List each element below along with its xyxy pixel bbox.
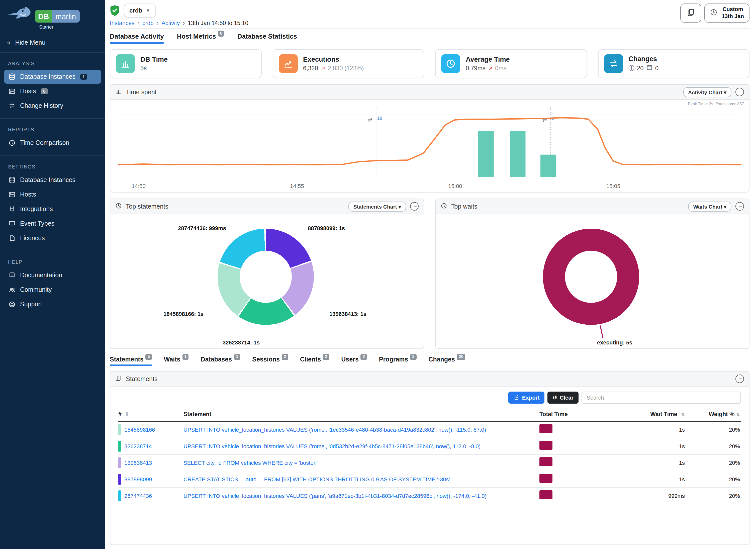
collapse-icon[interactable]: − (735, 375, 744, 383)
donut-slice-label: 887898099: 1s (308, 225, 345, 231)
plan-label: Starter (39, 24, 99, 30)
time-range-button[interactable]: Custom 13th Jan (705, 4, 749, 23)
sidebar-item-documentation[interactable]: Documentation (4, 268, 101, 282)
breadcrumb-item[interactable]: crdb (142, 20, 154, 26)
statement-sql-link[interactable]: SELECT city, id FROM vehicles WHERE city… (183, 460, 534, 466)
tab-users[interactable]: Users2 (341, 356, 367, 366)
section-label: SETTINGS (4, 160, 101, 172)
statement-sql-link[interactable]: UPSERT INTO vehicle_location_histories V… (183, 443, 534, 449)
kpi-db-time: DB Time 5s (110, 49, 261, 78)
count-badge: 0 (218, 31, 224, 37)
clock-icon (710, 9, 718, 18)
col-total-time: Total Time (539, 411, 585, 417)
sidebar-item-change-history[interactable]: Change History (4, 99, 101, 113)
instance-selector[interactable]: crdb ▼ (124, 4, 156, 18)
statement-sql-link[interactable]: CREATE STATISTICS __auto__ FROM [63] WIT… (183, 476, 534, 482)
statement-sql-link[interactable]: UPSERT INTO vehicle_location_histories V… (183, 427, 534, 433)
clear-button[interactable]: ↺ Clear (548, 392, 579, 404)
sidebar-item-support[interactable]: Support (4, 297, 101, 311)
tab-sessions[interactable]: Sessions2 (252, 356, 288, 366)
undo-icon: ↺ (553, 394, 557, 401)
tab-host-metrics[interactable]: Host Metrics0 (177, 33, 224, 44)
table-header-row: # ⇅ Statement Total Time Wait Time ↑⇅ We… (118, 408, 741, 422)
event-icon (9, 220, 16, 227)
table-row: 139638413SELECT city, id FROM vehicles W… (118, 455, 741, 471)
chevron-down-icon: ▼ (146, 8, 150, 13)
primary-tabs: Database ActivityHost Metrics0Database S… (110, 33, 749, 44)
weight-value: 20% (685, 443, 740, 449)
sidebar-item-hosts[interactable]: Hosts0 (4, 84, 101, 98)
wait-time-value: 1s (585, 443, 685, 449)
server-icon (9, 191, 16, 198)
collapse-icon[interactable]: − (410, 202, 419, 211)
statements-donut-chart[interactable]: 887898099: 1s139638413: 1s326238714: 1s1… (110, 214, 424, 348)
mid-panels: Top statements Statements Chart ▾ − 8878… (110, 199, 749, 349)
waits-chart-dropdown[interactable]: Waits Chart ▾ (688, 201, 731, 211)
breadcrumb-item[interactable]: Activity (162, 20, 180, 26)
sidebar-item-label: Community (20, 286, 52, 293)
tab-waits[interactable]: Waits1 (164, 356, 189, 366)
donut-ring[interactable] (543, 229, 639, 325)
copy-link-button[interactable] (681, 4, 702, 23)
sort-icon: ⇅ (681, 412, 685, 417)
time-range-date: 13th Jan (722, 13, 744, 20)
collapse-icon[interactable]: − (735, 88, 744, 96)
tab-database-statistics[interactable]: Database Statistics (237, 33, 297, 44)
breadcrumb-item[interactable]: Instances (110, 20, 134, 26)
time-spent-chart[interactable]: ⇄18⇄214:5014:5515:0015:05 (114, 102, 745, 191)
waits-donut-chart[interactable]: executing: 5s (436, 214, 749, 348)
donut-leader-line (600, 325, 603, 338)
sidebar-item-hosts[interactable]: Hosts (4, 188, 101, 202)
tab-clients[interactable]: Clients2 (300, 356, 329, 366)
sidebar-item-integrations[interactable]: Integrations (4, 202, 101, 216)
sidebar-item-licences[interactable]: Licences (4, 231, 101, 245)
brand-wordmark: DB marlin (35, 10, 79, 23)
sidebar-item-time-comparison[interactable]: Time Comparison (4, 136, 101, 150)
total-time-bar (539, 457, 552, 466)
sidebar-section-analysis: ANALYSISDatabase Instances1Hosts0Change … (0, 53, 105, 119)
tab-statements[interactable]: Statements5 (110, 356, 152, 366)
donut-slice-label: 139638413: 1s (329, 311, 366, 317)
statement-id-link[interactable]: 1845898166 (124, 427, 155, 433)
sidebar-item-community[interactable]: Community (4, 283, 101, 297)
donut-slice-label: 326238714: 1s (223, 339, 260, 345)
table-toolbar: Export ↺ Clear (110, 387, 749, 408)
kpi-delta: 0ms (495, 65, 506, 72)
search-input[interactable] (582, 392, 741, 404)
sort-by-id[interactable]: # ⇅ (118, 411, 183, 417)
kpi-executions: Executions 6,320 ↗ 2,830 (123%) (272, 49, 424, 78)
collapse-icon[interactable]: − (735, 202, 744, 211)
statements-chart-dropdown[interactable]: Statements Chart ▾ (348, 201, 406, 211)
kpi-changes: Changes ⓘ 20 0 (598, 49, 749, 78)
sidebar-item-database-instances[interactable]: Database Instances (4, 173, 101, 187)
kpi-title: Average Time (466, 56, 510, 63)
statement-id-link[interactable]: 287474436 (124, 493, 152, 499)
sort-by-wait-time[interactable]: Wait Time ↑⇅ (585, 411, 685, 417)
sidebar-item-label: Change History (20, 102, 63, 109)
table-row: 1845898166UPSERT INTO vehicle_location_h… (118, 422, 741, 438)
donut-ring[interactable] (218, 229, 314, 325)
sidebar-item-label: Time Comparison (20, 139, 69, 146)
panel-title: Top statements (126, 203, 168, 210)
sidebar-sections: ANALYSISDatabase Instances1Hosts0Change … (0, 53, 105, 317)
export-button[interactable]: Export (509, 392, 545, 404)
tab-changes[interactable]: Changes20 (428, 356, 465, 366)
tab-database-activity[interactable]: Database Activity (110, 33, 164, 44)
licence-icon (9, 235, 16, 242)
statement-id-link[interactable]: 887898099 (124, 476, 152, 482)
statement-sql-link[interactable]: UPSERT INTO vehicle_location_histories V… (183, 493, 534, 499)
bar-chart-icon (116, 54, 135, 73)
activity-chart-dropdown[interactable]: Activity Chart ▾ (683, 87, 731, 97)
statements-table-panel: Statements − Export ↺ Clear (110, 371, 749, 545)
hide-menu-button[interactable]: « Hide Menu (0, 33, 105, 53)
count-badge: 0 (41, 88, 48, 95)
tab-databases[interactable]: Databases1 (201, 356, 240, 366)
sidebar-item-database-instances[interactable]: Database Instances1 (4, 70, 101, 84)
statement-id-link[interactable]: 139638413 (124, 460, 152, 466)
sidebar-item-event-types[interactable]: Event Types (4, 217, 101, 231)
sort-by-weight[interactable]: Weight % ⇅ (685, 411, 740, 417)
tab-label: Database Activity (110, 33, 164, 40)
statement-id-link[interactable]: 326238714 (124, 443, 152, 449)
panel-title: Time spent (126, 88, 157, 96)
tab-programs[interactable]: Programs2 (379, 356, 417, 366)
